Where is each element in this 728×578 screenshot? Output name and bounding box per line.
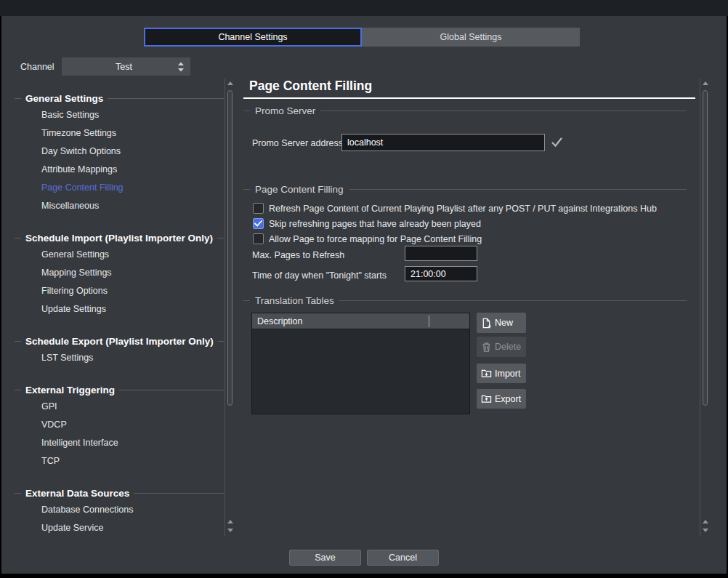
scroll-up-icon[interactable] <box>703 520 708 523</box>
folder-arrow-down-icon <box>481 368 492 379</box>
nav-group-header: General Settings <box>15 91 224 105</box>
tab-channel-settings[interactable]: Channel Settings <box>144 28 362 47</box>
cancel-button[interactable]: Cancel <box>367 550 439 566</box>
promo-server-group-header: Promo Server <box>243 105 687 116</box>
sidebar-scrollbar-thumb[interactable] <box>227 90 232 406</box>
max-pages-label: Max. Pages to Refresh <box>252 250 344 260</box>
scroll-up-icon[interactable] <box>227 81 233 85</box>
promo-server-address-label: Promo Server address <box>252 138 343 148</box>
checkbox-label: Refresh Page Content of Current Playing … <box>269 204 657 214</box>
main-scrollbar[interactable] <box>700 79 710 537</box>
page-title: Page Content Filling <box>249 79 372 94</box>
scroll-up-icon[interactable] <box>703 81 708 85</box>
sidebar-item-lst-settings[interactable]: LST Settings <box>15 348 224 366</box>
nav-group-header: Schedule Export (Playlist Importer Only) <box>15 334 224 348</box>
checkbox-row-allow-force-mapping: Allow Page to force mapping for Page Con… <box>253 233 482 245</box>
sidebar-item-basic-settings[interactable]: Basic Settings <box>15 105 224 124</box>
channel-select[interactable]: Test <box>62 57 190 76</box>
sidebar-scrollbar[interactable] <box>225 79 235 537</box>
sidebar-item-day-switch-options[interactable]: Day Switch Options <box>15 142 224 160</box>
page-content-filling-group-header: Page Content Filling <box>243 184 687 194</box>
checkmark-icon <box>551 136 563 148</box>
description-column-header[interactable]: Description <box>252 313 469 329</box>
sidebar-item-update-settings[interactable]: Update Settings <box>15 300 224 318</box>
sidebar-item-database-connections[interactable]: Database Connections <box>15 500 224 518</box>
checkbox-row-skip-refreshing: Skip refreshing pages that have already … <box>253 217 481 230</box>
allow-force-mapping-checkbox[interactable] <box>253 233 264 244</box>
checkbox-label: Skip refreshing pages that have already … <box>269 219 481 229</box>
nav-group-header: External Data Sources <box>15 486 224 500</box>
nav-group-header: External Triggering <box>15 382 224 397</box>
tab-label: Channel Settings <box>218 32 287 42</box>
sidebar-item-attribute-mappings[interactable]: Attribute Mappings <box>15 160 224 178</box>
sidebar-item-miscellaneous[interactable]: Miscellaneous <box>15 196 224 214</box>
title-bar <box>0 0 728 16</box>
sidebar-item-timezone-settings[interactable]: Timezone Settings <box>15 124 224 142</box>
scroll-down-icon[interactable] <box>703 529 708 532</box>
new-button[interactable]: New <box>477 313 526 333</box>
skip-refreshing-checkbox[interactable] <box>253 218 264 229</box>
nav-group-schedule-import: Schedule Import (Playlist Importer Only)… <box>15 230 224 318</box>
tonight-start-label: Time of day when "Tonight" starts <box>252 270 387 281</box>
checkbox-row-refresh-page-content: Refresh Page Content of Current Playing … <box>253 202 657 214</box>
refresh-page-content-checkbox[interactable] <box>253 203 264 214</box>
checkbox-label: Allow Page to force mapping for Page Con… <box>269 234 482 244</box>
folder-arrow-up-icon <box>481 393 492 404</box>
document-plus-icon <box>481 318 492 329</box>
nav-group-general: General Settings Basic Settings Timezone… <box>15 91 224 214</box>
sidebar-item-tcp[interactable]: TCP <box>15 451 224 470</box>
main-panel: Page Content Filling Promo Server Promo … <box>243 79 695 538</box>
settings-nav: General Settings Basic Settings Timezone… <box>15 91 224 537</box>
tab-label: Global Settings <box>440 32 502 42</box>
nav-group-schedule-export: Schedule Export (Playlist Importer Only)… <box>15 334 224 366</box>
nav-group-external-triggering: External Triggering GPI VDCP Intelligent… <box>15 382 224 470</box>
translation-tables-group-header: Translation Tables <box>243 295 687 305</box>
scroll-down-icon[interactable] <box>227 529 233 532</box>
promo-server-address-input[interactable] <box>341 134 545 151</box>
column-divider[interactable] <box>429 316 429 327</box>
sidebar-item-vdcp[interactable]: VDCP <box>15 415 224 433</box>
channel-label: Channel <box>20 62 54 72</box>
export-button[interactable]: Export <box>477 389 526 409</box>
title-underline <box>243 97 695 99</box>
sidebar-item-update-service[interactable]: Update Service <box>15 518 224 537</box>
save-button[interactable]: Save <box>289 550 361 566</box>
chevron-up-down-icon <box>176 62 186 72</box>
trash-icon <box>481 342 492 353</box>
delete-button[interactable]: Delete <box>477 337 526 357</box>
tonight-start-input[interactable] <box>405 266 477 281</box>
tab-global-settings[interactable]: Global Settings <box>362 28 580 47</box>
main-scrollbar-thumb[interactable] <box>703 90 708 406</box>
sidebar-item-import-general-settings[interactable]: General Settings <box>15 245 224 263</box>
import-button[interactable]: Import <box>477 364 526 383</box>
channel-select-value: Test <box>62 62 176 72</box>
translation-tables-list[interactable]: Description <box>251 313 470 414</box>
sidebar-item-gpi[interactable]: GPI <box>15 397 224 415</box>
nav-group-external-data-sources: External Data Sources Database Connectio… <box>15 486 224 537</box>
max-pages-input[interactable] <box>405 246 477 261</box>
sidebar-item-intelligent-interface[interactable]: Intelligent Interface <box>15 433 224 451</box>
nav-group-header: Schedule Import (Playlist Importer Only) <box>15 230 224 245</box>
sidebar-item-filtering-options[interactable]: Filtering Options <box>15 281 224 300</box>
scroll-up-icon[interactable] <box>227 520 233 523</box>
sidebar-item-page-content-filling[interactable]: Page Content Filling <box>15 178 224 196</box>
channel-settings-window: Channel Settings Global Settings Channel… <box>0 0 728 578</box>
sidebar-item-mapping-settings[interactable]: Mapping Settings <box>15 263 224 281</box>
